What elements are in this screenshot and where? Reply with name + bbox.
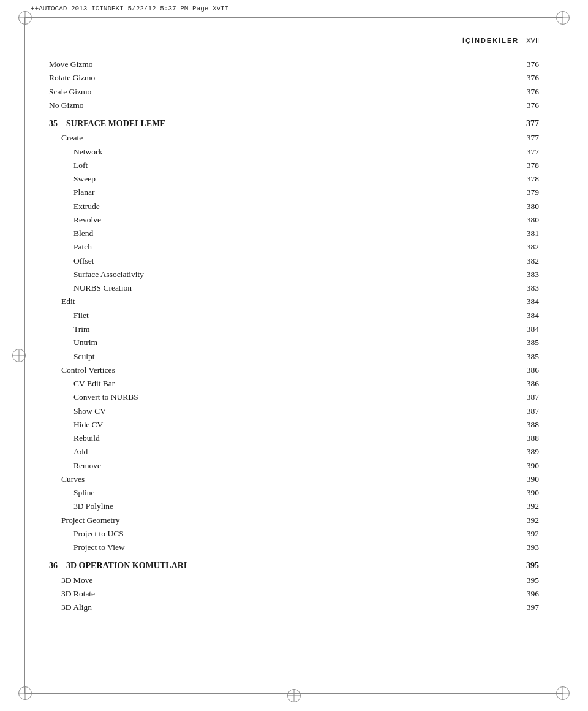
toc-dots — [289, 140, 514, 140]
toc-row: Control Vertices 386 — [49, 363, 539, 377]
toc-dots — [289, 372, 514, 373]
toc-dots — [295, 359, 514, 359]
toc-num: 386 — [517, 363, 539, 377]
toc-row: Hide CV 388 — [49, 418, 539, 432]
toc-num: 395 — [517, 574, 539, 587]
toc-row: Rotate Gizmo 376 — [49, 71, 539, 85]
toc-dots — [283, 107, 514, 108]
toc-num: 387 — [517, 390, 539, 404]
chapter-page: 377 — [517, 116, 539, 131]
toc-row: Offset 382 — [49, 254, 539, 268]
toc-dots — [289, 609, 514, 610]
toc-row: Add 389 — [49, 445, 539, 458]
toc-dots — [295, 154, 514, 154]
toc-num: 392 — [517, 514, 539, 527]
toc-dots — [295, 454, 514, 454]
toc-dots — [295, 276, 514, 277]
toc-dots — [295, 495, 514, 495]
toc-label: Scale Gizmo — [49, 85, 281, 99]
chapter-num: 35 — [49, 116, 66, 131]
toc-num: 385 — [517, 336, 539, 349]
toc-label: Remove — [74, 459, 293, 473]
toc-row: Surface Associativity 383 — [49, 268, 539, 281]
toc-label: Edit — [61, 295, 287, 308]
toc-label: Filet — [74, 309, 293, 322]
toc-num: 387 — [517, 405, 539, 418]
toc-row: 3D Align 397 — [49, 601, 539, 614]
toc-row: Project Geometry 392 — [49, 514, 539, 527]
toc-dots — [295, 222, 514, 222]
toc-row: Filet 384 — [49, 309, 539, 322]
toc-label: Sculpt — [74, 350, 293, 363]
toc-dots — [295, 208, 514, 209]
toc-row: Rebuild 388 — [49, 432, 539, 445]
toc-num: 376 — [517, 85, 539, 99]
toc-num: 381 — [517, 227, 539, 240]
crosshair-bottom-right — [556, 686, 570, 700]
toc-num: 380 — [517, 213, 539, 227]
toc-label: Rebuild — [74, 432, 293, 445]
toc-label: Control Vertices — [61, 363, 287, 377]
toc-label: Sweep — [74, 172, 293, 186]
toc-dots — [295, 427, 514, 427]
chapter-title: SURFACE MODELLEME — [66, 116, 517, 131]
toc-dots — [295, 508, 514, 509]
toc-row: Network 377 — [49, 145, 539, 159]
toc-label: 3D Align — [61, 601, 287, 614]
toc-label: Untrim — [74, 336, 293, 349]
toc-dots — [295, 249, 514, 249]
toc-num: 390 — [517, 459, 539, 473]
toc-label: Move Gizmo — [49, 58, 281, 71]
toc-label: 3D Polyline — [74, 500, 293, 513]
toc-row: Sculpt 385 — [49, 350, 539, 363]
crosshair-bottom-left — [18, 686, 32, 700]
toc-dots — [289, 522, 514, 523]
toc-row: Trim 384 — [49, 322, 539, 336]
toc-row: Spline 390 — [49, 486, 539, 500]
toc-dots — [295, 181, 514, 181]
chapter-num: 36 — [49, 558, 66, 573]
toc-num: 378 — [517, 159, 539, 172]
toc-num: 378 — [517, 172, 539, 186]
toc-dots — [289, 582, 514, 583]
toc-label: Convert to NURBS — [74, 390, 293, 404]
toc-row: 3D Rotate 396 — [49, 587, 539, 601]
toc-num: 396 — [517, 587, 539, 601]
toc-label: Show CV — [74, 405, 293, 418]
toc-label: Patch — [74, 240, 293, 254]
toc-label: 3D Rotate — [61, 587, 287, 601]
toc-num: 376 — [517, 99, 539, 112]
page-header-title: İÇİNDEKİLER — [462, 37, 519, 44]
toc-dots — [283, 80, 514, 80]
toc-row: Sweep 378 — [49, 172, 539, 186]
toc-row: Curves 390 — [49, 473, 539, 486]
toc-num: 389 — [517, 445, 539, 458]
toc-dots — [289, 303, 514, 304]
toc-num: 386 — [517, 377, 539, 390]
toc-dots — [289, 481, 514, 482]
toc-row: Convert to NURBS 387 — [49, 390, 539, 404]
toc-dots — [295, 194, 514, 195]
toc-num: 377 — [517, 131, 539, 145]
toc-label: 3D Move — [61, 574, 287, 587]
toc-label: No Gizmo — [49, 99, 281, 112]
toc-dots — [295, 235, 514, 236]
toc-row: CV Edit Bar 386 — [49, 377, 539, 390]
toc-row: NURBS Creation 383 — [49, 281, 539, 295]
toc-row: Loft 378 — [49, 159, 539, 172]
toc-label: Project to UCS — [74, 527, 293, 541]
toc-row: Remove 390 — [49, 459, 539, 473]
toc-row: Create 377 — [49, 131, 539, 145]
toc-label: Hide CV — [74, 418, 293, 432]
toc-dots — [289, 596, 514, 596]
content-area: İÇİNDEKİLER XVII Move Gizmo 376 Rotate G… — [49, 37, 539, 674]
toc-num: 390 — [517, 473, 539, 486]
toc-dots — [295, 344, 514, 345]
toc-dots — [295, 290, 514, 291]
toc-num: 382 — [517, 240, 539, 254]
toc-label: Create — [61, 131, 287, 145]
toc-row: Patch 382 — [49, 240, 539, 254]
toc-num: 383 — [517, 268, 539, 281]
toc-num: 376 — [517, 58, 539, 71]
toc-dots — [283, 66, 514, 67]
